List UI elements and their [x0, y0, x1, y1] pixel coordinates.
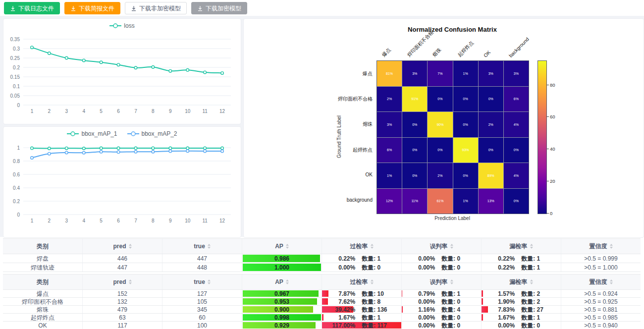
col-header-1[interactable]: pred: [83, 239, 162, 254]
sort-caret-icon[interactable]: [286, 279, 289, 284]
sort-caret-icon[interactable]: [371, 279, 374, 284]
cell-true: 448: [162, 263, 242, 272]
sort-caret-icon[interactable]: [450, 279, 453, 284]
loss-chart-panel: loss 00.050.10.150.20.250.30.35123456789…: [3, 18, 241, 124]
sort-caret-icon[interactable]: [208, 279, 211, 284]
svg-text:11: 11: [202, 218, 208, 223]
rate-percent: 0.00%: [402, 315, 435, 321]
cell-misjudge-rate: 0.79%数量: 1: [402, 290, 482, 297]
rate-percent: 0.00%: [402, 265, 435, 271]
col-header-6[interactable]: 漏检率: [482, 239, 561, 254]
svg-text:9: 9: [169, 218, 172, 223]
matrix-row-label: 熔珠: [244, 121, 373, 128]
matrix-row-label: background: [244, 197, 373, 203]
sort-caret-icon[interactable]: [208, 244, 211, 249]
sort-caret-icon[interactable]: [129, 244, 132, 249]
cell-confidence: >0.5 = 0.985: [561, 314, 641, 321]
cell-misjudge-rate: 0.00%数量: 0: [402, 298, 482, 305]
rate-count: 数量: 1: [515, 315, 561, 321]
svg-text:12: 12: [219, 109, 225, 114]
matrix-cell: 4%: [504, 112, 529, 137]
col-header-label: 类别: [37, 279, 49, 285]
col-header-6[interactable]: 漏检率: [482, 274, 561, 289]
matrix-cell: 1%: [453, 61, 478, 86]
cell-misjudge-rate: 0.00%数量: 0: [402, 314, 482, 321]
sort-caret-icon[interactable]: [530, 244, 533, 249]
sort-caret-icon[interactable]: [129, 279, 132, 284]
col-header-0: 类别: [3, 274, 83, 289]
download-plain-model-button[interactable]: 下载非加密模型: [125, 2, 187, 14]
cell-category: 焊印面积不合格: [3, 298, 83, 305]
colorbar-tick-label: 20: [550, 178, 555, 184]
table-defect-classes: 类别predtrueAP过检率误判率漏检率置信度爆点1521270.9677.8…: [3, 274, 641, 329]
matrix-cell: 13%: [479, 189, 503, 214]
download-icon: [10, 5, 16, 11]
table-row: 焊盘4464470.9860.22%数量: 10.00%数量: 00.22%数量…: [3, 254, 641, 263]
matrix-cell: 89%: [479, 163, 503, 188]
svg-text:0.1: 0.1: [13, 84, 20, 89]
download-icon: [131, 5, 137, 11]
cell-category: 起焊炸点: [3, 314, 83, 321]
cell-misjudge-rate: 0.00%数量: 0: [402, 254, 482, 263]
matrix-cell: 0%: [453, 112, 478, 137]
table-row: 焊缝轨迹4474481.0000.00%数量: 00.00%数量: 00.22%…: [3, 263, 641, 272]
svg-text:7: 7: [134, 218, 137, 223]
sort-caret-icon[interactable]: [530, 279, 533, 284]
cell-missed-rate: 0.22%数量: 1: [482, 263, 561, 272]
cell-misjudge-rate: 0.00%数量: 0: [402, 263, 482, 272]
matrix-row-label: 起焊炸点: [244, 147, 373, 154]
cell-missed-rate: 1.57%数量: 2: [482, 290, 561, 297]
table-row: 爆点1521270.9677.87%数量: 100.79%数量: 11.57%数…: [3, 290, 641, 298]
cell-ap: 0.900: [242, 306, 322, 313]
rate-percent: 7.87%: [322, 291, 355, 297]
matrix-cell: 6%: [377, 138, 402, 163]
col-header-4[interactable]: 过检率: [322, 274, 402, 289]
table-weld-overview: 类别predtrueAP过检率误判率漏检率置信度焊盘4464470.9860.2…: [3, 238, 641, 272]
col-header-0: 类别: [3, 239, 83, 254]
ap-value: 0.967: [274, 291, 289, 297]
matrix-cell: 0%: [479, 138, 503, 163]
sort-caret-icon[interactable]: [610, 279, 613, 284]
sort-caret-icon[interactable]: [450, 244, 453, 249]
confusion-matrix-title: Normalized Confusion Matrix: [376, 26, 528, 33]
table-row: 焊印面积不合格1321050.9537.62%数量: 80.00%数量: 01.…: [3, 298, 641, 306]
legend-item-bbox_mAP_1[interactable]: bbox_mAP_1: [67, 130, 117, 137]
rate-count: 数量: 1: [435, 291, 481, 297]
download-encrypted-model-button[interactable]: 下载加密模型: [191, 2, 247, 14]
legend-marker: [109, 23, 121, 29]
download-icon: [70, 5, 76, 11]
col-header-2[interactable]: true: [162, 274, 242, 289]
col-header-3[interactable]: AP: [242, 239, 322, 254]
matrix-cell: 0%: [453, 87, 478, 112]
matrix-cell: 11%: [402, 189, 427, 214]
col-header-7[interactable]: 置信度: [561, 274, 641, 289]
cell-missed-rate: 1.67%数量: 1: [482, 314, 561, 321]
col-header-2[interactable]: true: [162, 239, 242, 254]
rate-count: 数量: 1: [355, 315, 401, 321]
cell-ap: 0.967: [242, 290, 322, 297]
sort-caret-icon[interactable]: [371, 244, 374, 249]
legend-item-bbox_mAP_2[interactable]: bbox_mAP_2: [127, 130, 177, 137]
map-chart-svg: 00.20.40.60.81123456789101112: [3, 127, 240, 236]
download-log-button[interactable]: 下载日志文件: [4, 2, 60, 14]
col-header-3[interactable]: AP: [242, 274, 322, 289]
sort-caret-icon[interactable]: [286, 244, 289, 249]
ap-value: 0.900: [274, 307, 289, 313]
col-header-4[interactable]: 过检率: [322, 239, 402, 254]
col-header-label: 误判率: [430, 279, 448, 285]
matrix-col-label-text: OK: [483, 50, 491, 58]
rate-percent: 0.00%: [402, 299, 435, 305]
col-header-5[interactable]: 误判率: [402, 274, 482, 289]
rate-count: 数量: 1: [515, 256, 561, 262]
col-header-label: 置信度: [590, 279, 607, 285]
legend-item-loss[interactable]: loss: [109, 22, 134, 29]
sort-caret-icon[interactable]: [610, 244, 613, 249]
col-header-5[interactable]: 误判率: [402, 239, 482, 254]
col-header-7[interactable]: 置信度: [561, 239, 641, 254]
cell-misjudge-rate: 1.16%数量: 4: [402, 306, 482, 313]
colorbar-tick-mark: [547, 149, 549, 149]
colorbar-tick-mark: [547, 85, 549, 85]
svg-text:3: 3: [65, 218, 68, 223]
download-report-button[interactable]: 下载简报文件: [64, 2, 120, 14]
col-header-1[interactable]: pred: [83, 274, 162, 289]
